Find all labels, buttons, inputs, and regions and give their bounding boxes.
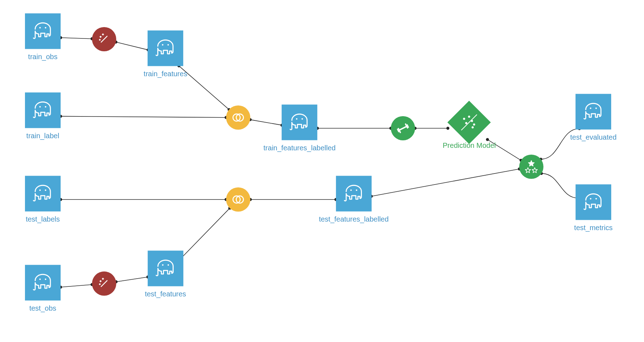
node-recipe_train[interactable]: [92, 27, 116, 51]
svg-point-49: [463, 118, 465, 120]
svg-point-63: [45, 190, 46, 191]
node-test_obs[interactable]: test_obs: [25, 265, 61, 312]
node-eval[interactable]: [519, 155, 543, 179]
svg-point-54: [468, 116, 470, 118]
node-label: test_labels: [26, 215, 60, 223]
node-label: test_metrics: [574, 224, 613, 232]
node-label: train_features_labelled: [264, 144, 336, 152]
barbell-icon: [391, 116, 415, 140]
svg-line-43: [399, 126, 407, 130]
node-test_metrics[interactable]: test_metrics: [574, 185, 613, 232]
node-train_model[interactable]: [391, 116, 415, 140]
svg-point-62: [39, 190, 41, 191]
svg-point-72: [168, 264, 169, 266]
svg-point-58: [590, 108, 591, 109]
svg-point-67: [356, 190, 357, 191]
wand-icon: [92, 271, 116, 296]
svg-point-61: [596, 198, 597, 200]
postgres-icon: [336, 176, 372, 212]
svg-point-60: [590, 198, 591, 200]
node-label: train_features: [144, 70, 187, 78]
wand-icon: [92, 27, 116, 51]
postgres-icon: [148, 251, 183, 286]
svg-point-33: [45, 27, 46, 28]
svg-point-66: [350, 190, 352, 191]
node-test_features[interactable]: test_features: [145, 251, 186, 298]
node-join_test[interactable]: [226, 187, 250, 212]
svg-point-35: [162, 44, 163, 46]
svg-point-69: [45, 279, 46, 280]
node-label: test_features: [145, 290, 186, 298]
svg-point-51: [471, 120, 473, 122]
node-test_features_labelled[interactable]: test_features_labelled: [319, 176, 389, 223]
svg-marker-56: [525, 168, 531, 173]
svg-point-38: [45, 106, 46, 108]
node-label: test_evaluated: [570, 133, 617, 141]
postgres-icon: [25, 14, 61, 49]
venn-icon: [226, 187, 250, 212]
svg-point-37: [39, 106, 41, 108]
postgres-icon: [25, 93, 61, 128]
postgres-icon: [576, 185, 611, 220]
svg-line-34: [101, 36, 107, 42]
postgres-icon: [282, 105, 317, 140]
node-train_label[interactable]: train_label: [25, 93, 61, 140]
svg-marker-57: [532, 168, 537, 173]
postgres-icon: [148, 31, 183, 66]
node-label: train_label: [26, 132, 59, 140]
flow-canvas[interactable]: train_obs train_features train_label: [0, 0, 644, 342]
svg-point-36: [168, 44, 169, 46]
node-prediction_model[interactable]: Prediction Model: [443, 107, 496, 150]
node-train_features[interactable]: train_features: [144, 31, 187, 78]
svg-point-41: [296, 118, 297, 120]
svg-point-59: [596, 108, 597, 109]
node-label: train_obs: [28, 53, 57, 61]
node-test_labels[interactable]: test_labels: [25, 176, 61, 223]
node-test_evaluated[interactable]: test_evaluated: [570, 94, 617, 141]
postgres-icon: [576, 94, 611, 130]
svg-point-71: [162, 264, 163, 266]
svg-line-70: [101, 281, 107, 287]
svg-point-52: [473, 124, 475, 126]
node-recipe_test[interactable]: [92, 271, 116, 296]
svg-marker-55: [528, 161, 534, 166]
postgres-icon: [25, 176, 61, 212]
svg-point-42: [302, 118, 303, 120]
dice-icon: [448, 101, 491, 144]
node-join_train[interactable]: [226, 105, 250, 130]
stars-icon: [519, 155, 543, 179]
venn-icon: [226, 105, 250, 130]
node-label: test_features_labelled: [319, 215, 389, 223]
node-label: test_obs: [29, 304, 56, 312]
svg-point-53: [472, 126, 474, 129]
svg-point-32: [39, 27, 41, 28]
postgres-icon: [25, 265, 61, 301]
node-train_obs[interactable]: train_obs: [25, 14, 61, 61]
svg-point-68: [39, 279, 41, 280]
node-train_features_labelled[interactable]: train_features_labelled: [264, 105, 336, 152]
